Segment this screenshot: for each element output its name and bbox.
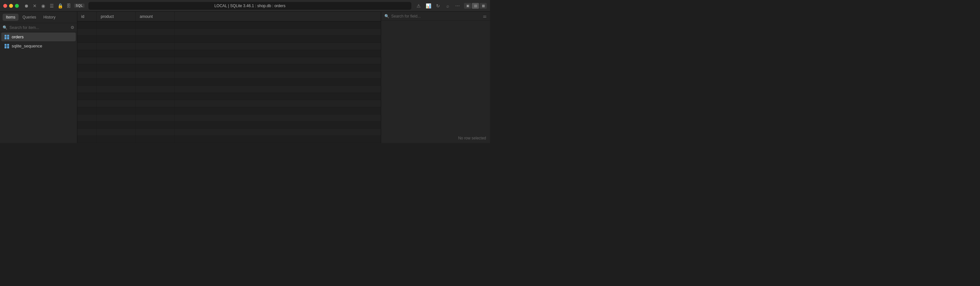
cell-id [77, 86, 97, 93]
sidebar-item-orders[interactable]: orders [1, 32, 76, 41]
col-header-product: product [97, 12, 136, 21]
cell-id [77, 107, 97, 114]
cell-amount [136, 79, 175, 86]
refresh-icon[interactable]: ↻ [435, 3, 441, 9]
cell-product [97, 43, 136, 50]
cell-amount [136, 29, 175, 35]
warning-icon[interactable]: ⚠ [415, 3, 422, 9]
table-row[interactable] [77, 136, 381, 143]
table-row[interactable] [77, 57, 381, 64]
cell-id [77, 43, 97, 50]
record-icon[interactable]: ⏺ [23, 3, 29, 9]
table-row[interactable] [77, 107, 381, 114]
cell-product [97, 93, 136, 100]
more-icon[interactable]: ⋯ [454, 3, 461, 9]
sidebar: Items Queries History 🔍 ⚙ orders sqlite_… [0, 12, 77, 143]
table-row[interactable] [77, 21, 381, 29]
cell-product [97, 136, 136, 143]
cell-id [77, 50, 97, 57]
cell-id [77, 136, 97, 143]
sql-badge: SQL [74, 3, 84, 8]
titlebar-actions: ⚠ 📊 ↻ ⌕ ⋯ ▣ ▤ ▦ [415, 3, 487, 9]
cell-id [77, 122, 97, 129]
cell-id [77, 64, 97, 71]
table-row[interactable] [77, 79, 381, 86]
cell-amount [136, 21, 175, 28]
sidebar-item-sqlite-sequence[interactable]: sqlite_sequence [1, 41, 76, 50]
cell-amount [136, 72, 175, 78]
view-toggle-center[interactable]: ▤ [472, 3, 479, 9]
tab-items[interactable]: Items [3, 14, 19, 21]
cell-product [97, 107, 136, 114]
right-panel-search-input[interactable] [391, 14, 481, 19]
cell-amount [136, 86, 175, 93]
right-panel-footer: No row selected [381, 133, 490, 143]
table-header: id product amount [77, 12, 381, 21]
cell-product [97, 100, 136, 107]
cell-product [97, 79, 136, 86]
cell-amount [136, 129, 175, 135]
cell-amount [136, 36, 175, 43]
table-row[interactable] [77, 43, 381, 50]
view-toggle-left[interactable]: ▣ [464, 3, 471, 9]
cell-id [77, 57, 97, 64]
table-row[interactable] [77, 114, 381, 122]
connection-label: LOCAL | SQLite 3.46.1 : shop.db : orders [88, 2, 411, 10]
table-row[interactable] [77, 86, 381, 93]
table-row[interactable] [77, 36, 381, 43]
cell-product [97, 129, 136, 135]
maximize-button[interactable] [15, 4, 19, 8]
cell-product [97, 57, 136, 64]
list-icon[interactable]: ☰ [49, 3, 54, 9]
sidebar-tabs: Items Queries History [0, 12, 77, 23]
close-tab-icon[interactable]: ✕ [32, 3, 38, 9]
table-row[interactable] [77, 129, 381, 136]
cell-id [77, 114, 97, 121]
cell-id [77, 72, 97, 78]
right-panel-search-icon: 🔍 [384, 14, 389, 19]
cell-id [77, 129, 97, 135]
lock-icon[interactable]: 🔒 [57, 3, 63, 9]
tab-history[interactable]: History [40, 14, 59, 21]
table-row[interactable] [77, 50, 381, 57]
stats-icon[interactable]: 📊 [425, 3, 431, 9]
search-icon[interactable]: ⌕ [444, 3, 451, 9]
table-row[interactable] [77, 72, 381, 79]
main-layout: Items Queries History 🔍 ⚙ orders sqlite_… [0, 12, 490, 143]
cell-id [77, 21, 97, 28]
database-icon[interactable]: 🗄 [66, 3, 72, 9]
cell-id [77, 93, 97, 100]
titlebar: ⏺ ✕ ◉ ☰ 🔒 🗄 SQL LOCAL | SQLite 3.46.1 : … [0, 0, 490, 12]
table-row[interactable] [77, 29, 381, 36]
content-area: id product amount [77, 12, 381, 143]
close-button[interactable] [3, 4, 7, 8]
tab-queries[interactable]: Queries [19, 14, 39, 21]
cell-amount [136, 93, 175, 100]
table-body [77, 21, 381, 143]
cell-amount [136, 136, 175, 143]
table-row[interactable] [77, 64, 381, 72]
sidebar-items: orders sqlite_sequence [0, 32, 77, 143]
search-input[interactable] [10, 25, 68, 30]
minimize-button[interactable] [9, 4, 13, 8]
cell-id [77, 100, 97, 107]
filter-icon[interactable]: ⚙ [70, 25, 75, 30]
table-icon-orders [5, 35, 9, 39]
cell-product [97, 36, 136, 43]
cell-amount [136, 50, 175, 57]
table-row[interactable] [77, 122, 381, 129]
cell-amount [136, 107, 175, 114]
cell-amount [136, 122, 175, 129]
cell-product [97, 21, 136, 28]
table-row[interactable] [77, 93, 381, 100]
cell-product [97, 64, 136, 71]
sidebar-item-label-orders: orders [12, 35, 24, 39]
right-panel-filter-icon[interactable]: ⚌ [483, 14, 487, 19]
table-icon-sqlite-sequence [5, 44, 9, 48]
table-row[interactable] [77, 100, 381, 107]
eye-icon[interactable]: ◉ [40, 3, 46, 9]
cell-product [97, 122, 136, 129]
sidebar-search-bar: 🔍 ⚙ [0, 23, 77, 32]
cell-id [77, 79, 97, 86]
view-toggle-right[interactable]: ▦ [480, 3, 487, 9]
